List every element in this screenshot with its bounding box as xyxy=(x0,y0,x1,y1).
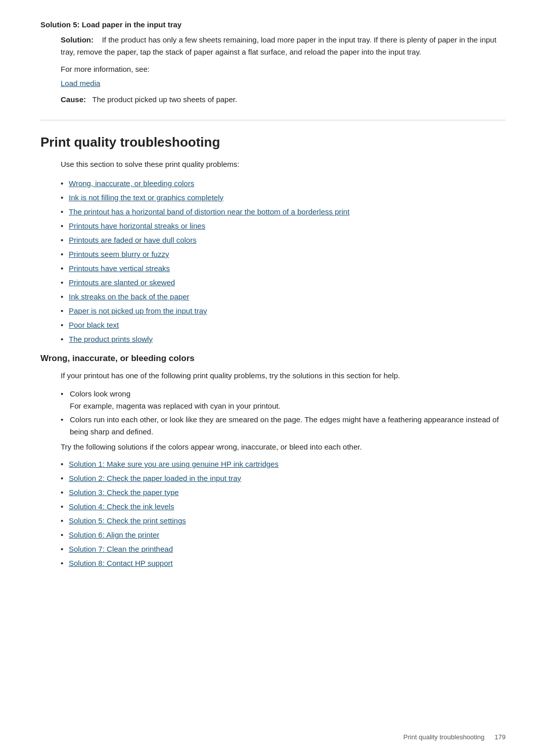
solution-link-5[interactable]: Solution 6: Align the printer xyxy=(69,530,159,539)
pq-link-item: Printouts have vertical streaks xyxy=(61,262,506,275)
pq-link-2[interactable]: The printout has a horizontal band of di… xyxy=(69,207,349,216)
wrong-colors-bullet2: Colors run into each other, or look like… xyxy=(61,414,506,438)
pq-link-item: Ink is not filling the text or graphics … xyxy=(61,192,506,204)
solution5-body: Solution: If the product has only a few … xyxy=(61,34,506,106)
bullet1-main: Colors look wrong xyxy=(70,389,130,398)
solution-item: Solution 2: Check the paper loaded in th… xyxy=(61,472,506,484)
pq-intro: Use this section to solve these print qu… xyxy=(61,158,506,170)
pq-link-item: Printouts have horizontal streaks or lin… xyxy=(61,220,506,232)
solution-item: Solution 7: Clean the printhead xyxy=(61,543,506,555)
pq-link-8[interactable]: Ink streaks on the back of the paper xyxy=(69,292,189,301)
pq-link-item: The printout has a horizontal band of di… xyxy=(61,206,506,218)
page-container: Solution 5: Load paper in the input tray… xyxy=(0,0,546,608)
pq-link-1[interactable]: Ink is not filling the text or graphics … xyxy=(69,193,223,202)
pq-link-5[interactable]: Printouts seem blurry or fuzzy xyxy=(69,250,169,258)
solution-item: Solution 6: Align the printer xyxy=(61,529,506,541)
cause-text: The product picked up two sheets of pape… xyxy=(92,95,237,104)
wrong-colors-bullets: Colors look wrong For example, magenta w… xyxy=(61,388,506,438)
pq-link-0[interactable]: Wrong, inaccurate, or bleeding colors xyxy=(69,179,194,188)
solution5-text: If the product has only a few sheets rem… xyxy=(61,35,496,56)
section-title: Print quality troubleshooting xyxy=(40,135,506,150)
footer-label: Print quality troubleshooting xyxy=(403,733,484,741)
footer-page: 179 xyxy=(494,733,506,741)
print-quality-section: Print quality troubleshooting Use this s… xyxy=(40,135,506,345)
pq-link-item: Printouts are faded or have dull colors xyxy=(61,234,506,246)
solution-item: Solution 8: Contact HP support xyxy=(61,557,506,569)
solution5-heading: Solution 5: Load paper in the input tray xyxy=(40,20,506,29)
try-text: Try the following solutions if the color… xyxy=(61,441,506,453)
solution-link-6[interactable]: Solution 7: Clean the printhead xyxy=(69,545,173,553)
solution-link-0[interactable]: Solution 1: Make sure you are using genu… xyxy=(69,460,279,468)
pq-links-list: Wrong, inaccurate, or bleeding colorsInk… xyxy=(61,177,506,345)
pq-link-3[interactable]: Printouts have horizontal streaks or lin… xyxy=(69,221,205,230)
load-media-link[interactable]: Load media xyxy=(61,79,100,87)
section-divider xyxy=(40,120,506,120)
for-more-text: For more information, see: xyxy=(61,63,506,75)
wrong-colors-heading: Wrong, inaccurate, or bleeding colors xyxy=(40,353,506,364)
page-footer: Print quality troubleshooting 179 xyxy=(403,733,506,741)
cause-label: Cause: xyxy=(61,95,86,104)
solution-item: Solution 5: Check the print settings xyxy=(61,515,506,527)
solution-link-1[interactable]: Solution 2: Check the paper loaded in th… xyxy=(69,474,241,482)
pq-link-11[interactable]: The product prints slowly xyxy=(69,335,153,343)
solution-link-4[interactable]: Solution 5: Check the print settings xyxy=(69,516,186,525)
pq-link-9[interactable]: Paper is not picked up from the input tr… xyxy=(69,306,207,315)
solution-link-2[interactable]: Solution 3: Check the paper type xyxy=(69,488,179,497)
solution-item: Solution 1: Make sure you are using genu… xyxy=(61,458,506,470)
solution-link-3[interactable]: Solution 4: Check the ink levels xyxy=(69,502,174,511)
top-solution-section: Solution 5: Load paper in the input tray… xyxy=(40,20,506,106)
solution-link-7[interactable]: Solution 8: Contact HP support xyxy=(69,559,173,567)
pq-link-item: The product prints slowly xyxy=(61,333,506,345)
pq-link-item: Printouts seem blurry or fuzzy xyxy=(61,248,506,260)
bullet2-main: Colors run into each other, or look like… xyxy=(70,415,499,436)
bullet1-sub: For example, magenta was replaced with c… xyxy=(70,402,281,410)
solution-item: Solution 4: Check the ink levels xyxy=(61,501,506,513)
pq-link-4[interactable]: Printouts are faded or have dull colors xyxy=(69,236,197,244)
wrong-colors-section: Wrong, inaccurate, or bleeding colors If… xyxy=(40,353,506,569)
pq-link-item: Printouts are slanted or skewed xyxy=(61,277,506,289)
pq-link-item: Ink streaks on the back of the paper xyxy=(61,291,506,303)
wrong-colors-intro: If your printout has one of the followin… xyxy=(61,370,506,382)
wrong-colors-bullet1: Colors look wrong For example, magenta w… xyxy=(61,388,506,412)
cause-line: Cause: The product picked up two sheets … xyxy=(61,94,506,106)
solution-item: Solution 3: Check the paper type xyxy=(61,486,506,499)
solution-label: Solution: xyxy=(61,35,94,44)
pq-link-6[interactable]: Printouts have vertical streaks xyxy=(69,264,170,273)
pq-link-10[interactable]: Poor black text xyxy=(69,321,119,329)
solutions-list: Solution 1: Make sure you are using genu… xyxy=(61,458,506,569)
pq-link-7[interactable]: Printouts are slanted or skewed xyxy=(69,278,175,287)
pq-link-item: Poor black text xyxy=(61,319,506,331)
pq-link-item: Wrong, inaccurate, or bleeding colors xyxy=(61,177,506,190)
wrong-colors-intro-text: If your printout has one of the followin… xyxy=(61,370,506,382)
pq-link-item: Paper is not picked up from the input tr… xyxy=(61,305,506,317)
